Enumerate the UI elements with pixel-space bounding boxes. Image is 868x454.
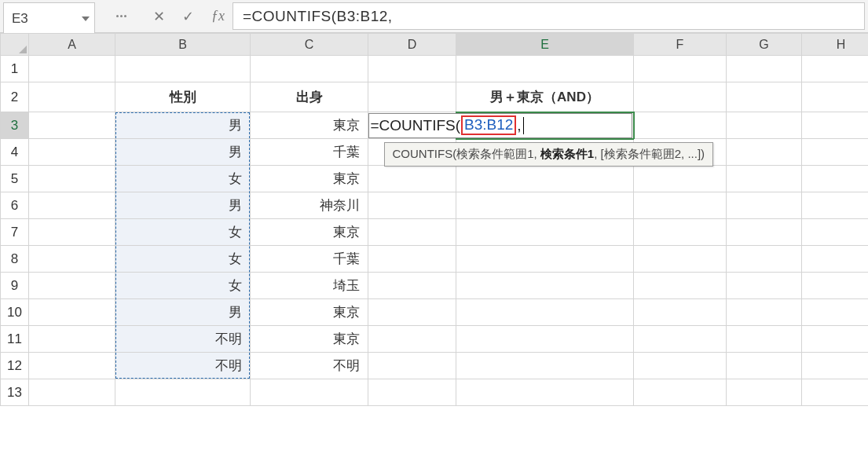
row-header-9[interactable]: 9	[1, 273, 29, 299]
cell-H6[interactable]	[802, 192, 869, 219]
cell-C9[interactable]: 埼玉	[251, 273, 368, 299]
col-header-H[interactable]: H	[802, 34, 869, 56]
cell-H5[interactable]	[802, 166, 869, 192]
cell-A3[interactable]	[29, 112, 115, 139]
cell-E5[interactable]	[456, 166, 634, 192]
row-header-1[interactable]: 1	[1, 56, 29, 82]
row-header-2[interactable]: 2	[1, 82, 29, 112]
cell-F12[interactable]	[634, 353, 727, 379]
sheet-table[interactable]: A B C D E F G H 1 2 性別 出身 男＋東京（AND） 3 男	[0, 33, 868, 406]
cell-F10[interactable]	[634, 299, 727, 326]
cell-H9[interactable]	[802, 273, 869, 299]
cell-G3[interactable]	[727, 112, 802, 139]
cell-G6[interactable]	[727, 192, 802, 219]
cell-H13[interactable]	[802, 379, 869, 406]
col-header-A[interactable]: A	[29, 34, 115, 56]
formula-input[interactable]: =COUNTIFS(B3:B12,	[233, 2, 865, 30]
cell-C5[interactable]: 東京	[251, 166, 368, 192]
cell-G13[interactable]	[727, 379, 802, 406]
cell-D8[interactable]	[368, 246, 456, 273]
cell-C7[interactable]: 東京	[251, 219, 368, 246]
function-arguments-tooltip[interactable]: COUNTIFS(検索条件範囲1, 検索条件1, [検索条件範囲2, ...])	[384, 142, 714, 167]
col-header-F[interactable]: F	[634, 34, 727, 56]
row-header-4[interactable]: 4	[1, 139, 29, 166]
cell-B7[interactable]: 女	[115, 219, 251, 246]
cell-H4[interactable]	[802, 139, 869, 166]
cell-F11[interactable]	[634, 326, 727, 353]
cell-F1[interactable]	[634, 56, 727, 82]
cell-D12[interactable]	[368, 353, 456, 379]
cell-H2[interactable]	[802, 82, 869, 112]
cell-C3[interactable]: 東京	[251, 112, 368, 139]
cell-G5[interactable]	[727, 166, 802, 192]
cell-C10[interactable]: 東京	[251, 299, 368, 326]
cell-C13[interactable]	[251, 379, 368, 406]
row-header-3[interactable]: 3	[1, 112, 29, 139]
cell-G7[interactable]	[727, 219, 802, 246]
cell-F6[interactable]	[634, 192, 727, 219]
cell-A1[interactable]	[29, 56, 115, 82]
cell-A4[interactable]	[29, 139, 115, 166]
cell-B12[interactable]: 不明	[115, 353, 251, 379]
cell-A9[interactable]	[29, 273, 115, 299]
cell-F5[interactable]	[634, 166, 727, 192]
cell-B3[interactable]: 男	[115, 112, 251, 139]
cell-B13[interactable]	[115, 379, 251, 406]
cell-H8[interactable]	[802, 246, 869, 273]
cell-C4[interactable]: 千葉	[251, 139, 368, 166]
cell-B8[interactable]: 女	[115, 246, 251, 273]
cell-B9[interactable]: 女	[115, 273, 251, 299]
select-all-corner[interactable]	[1, 34, 29, 56]
cell-H11[interactable]	[802, 326, 869, 353]
cell-G8[interactable]	[727, 246, 802, 273]
cell-E11[interactable]	[456, 326, 634, 353]
cell-B10[interactable]: 男	[115, 299, 251, 326]
cell-F8[interactable]	[634, 246, 727, 273]
row-header-7[interactable]: 7	[1, 219, 29, 246]
cell-B6[interactable]: 男	[115, 192, 251, 219]
cell-A10[interactable]	[29, 299, 115, 326]
cell-G11[interactable]	[727, 326, 802, 353]
cell-C11[interactable]: 東京	[251, 326, 368, 353]
header-gender[interactable]: 性別	[115, 82, 251, 112]
cell-D1[interactable]	[368, 56, 456, 82]
cell-H12[interactable]	[802, 353, 869, 379]
cell-E7[interactable]	[456, 219, 634, 246]
cell-F9[interactable]	[634, 273, 727, 299]
cell-H1[interactable]	[802, 56, 869, 82]
row-header-13[interactable]: 13	[1, 379, 29, 406]
cell-F2[interactable]	[634, 82, 727, 112]
cell-G9[interactable]	[727, 273, 802, 299]
cell-A7[interactable]	[29, 219, 115, 246]
row-header-11[interactable]: 11	[1, 326, 29, 353]
cell-A2[interactable]	[29, 82, 115, 112]
col-header-G[interactable]: G	[727, 34, 802, 56]
header-and-result[interactable]: 男＋東京（AND）	[456, 82, 634, 112]
cell-G2[interactable]	[727, 82, 802, 112]
formula-bar-expand[interactable]	[98, 0, 145, 32]
cell-C1[interactable]	[251, 56, 368, 82]
cell-D2[interactable]	[368, 82, 456, 112]
cell-A5[interactable]	[29, 166, 115, 192]
cell-F13[interactable]	[634, 379, 727, 406]
row-header-8[interactable]: 8	[1, 246, 29, 273]
cell-G10[interactable]	[727, 299, 802, 326]
cell-H3[interactable]	[802, 112, 869, 139]
cell-E10[interactable]	[456, 299, 634, 326]
cell-C12[interactable]: 不明	[251, 353, 368, 379]
cell-F3[interactable]	[634, 112, 727, 139]
cell-D9[interactable]	[368, 273, 456, 299]
cell-D6[interactable]	[368, 192, 456, 219]
cell-A11[interactable]	[29, 326, 115, 353]
cell-C8[interactable]: 千葉	[251, 246, 368, 273]
cell-E8[interactable]	[456, 246, 634, 273]
row-header-6[interactable]: 6	[1, 192, 29, 219]
cell-B5[interactable]: 女	[115, 166, 251, 192]
cell-B1[interactable]	[115, 56, 251, 82]
cell-H7[interactable]	[802, 219, 869, 246]
cell-B4[interactable]: 男	[115, 139, 251, 166]
cell-A13[interactable]	[29, 379, 115, 406]
cell-A8[interactable]	[29, 246, 115, 273]
cell-D5[interactable]	[368, 166, 456, 192]
cell-D7[interactable]	[368, 219, 456, 246]
